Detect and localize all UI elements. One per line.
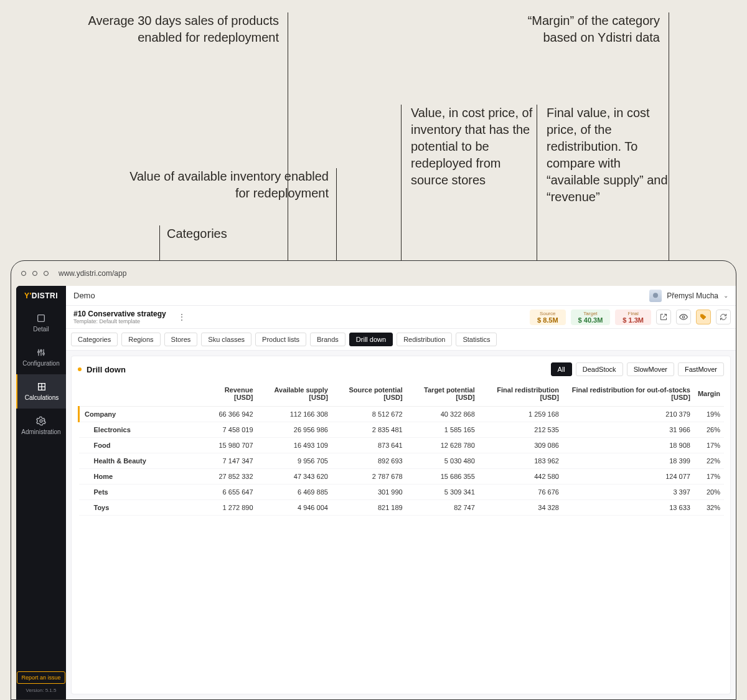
column-header[interactable]: Final redistribution [USD]: [479, 381, 563, 407]
filter-fastmover[interactable]: FastMover: [678, 362, 724, 376]
strategy-template: Template: Default template: [73, 318, 166, 324]
cell-final_oos: 18 908: [563, 438, 694, 453]
table-row[interactable]: Food15 980 70716 493 109873 64112 628 78…: [79, 438, 725, 453]
more-menu-button[interactable]: ⋮: [174, 312, 190, 322]
cell-supply: 47 343 620: [257, 469, 332, 485]
cell-label: Health & Beauty: [79, 453, 204, 469]
cell-supply: 16 493 109: [257, 438, 332, 453]
tab-regions[interactable]: Regions: [121, 333, 160, 346]
table-row[interactable]: Company66 366 942112 166 3088 512 67240 …: [79, 407, 725, 422]
column-header[interactable]: Available supply [USD]: [257, 381, 332, 407]
filter-all[interactable]: All: [551, 362, 572, 376]
svg-point-3: [43, 353, 45, 355]
app-version: Version: 5.1.5: [26, 688, 57, 693]
eye-icon: [679, 313, 688, 321]
export-button[interactable]: [656, 310, 671, 324]
browser-chrome: www.ydistri.com/app: [11, 261, 736, 286]
cell-source: 821 189: [332, 500, 406, 516]
cell-target: 15 686 355: [406, 469, 479, 485]
cell-target: 12 628 780: [406, 438, 479, 453]
brand-y: Y': [24, 291, 32, 300]
traffic-light-icon: [44, 271, 49, 276]
cell-label: Electronics: [79, 422, 204, 438]
cell-revenue: 15 980 707: [204, 438, 257, 453]
cell-final: 309 086: [479, 438, 563, 453]
cell-target: 1 585 165: [406, 422, 479, 438]
tab-brands[interactable]: Brands: [310, 333, 345, 346]
filter-deadstock[interactable]: DeadStock: [576, 362, 623, 376]
cell-revenue: 1 272 890: [204, 500, 257, 516]
sidebar-item-label: Configuration: [22, 360, 59, 367]
column-header[interactable]: Final redistribution for out-of-stocks […: [563, 381, 694, 407]
tab-product-lists[interactable]: Product lists: [255, 333, 306, 346]
metric-label: Final: [622, 311, 644, 316]
cell-margin: 17%: [694, 438, 724, 453]
tab-drill-down[interactable]: Drill down: [349, 333, 393, 346]
refresh-button[interactable]: [716, 310, 731, 324]
cell-margin: 17%: [694, 469, 724, 485]
page-title: Demo: [73, 291, 95, 300]
tab-redistribution[interactable]: Redistribution: [397, 333, 452, 346]
svg-point-1: [38, 351, 40, 353]
calculations-icon: [37, 382, 47, 392]
column-header[interactable]: [79, 381, 204, 407]
table-row[interactable]: Pets6 655 6476 469 885301 9905 309 34176…: [79, 485, 725, 500]
configuration-icon: [36, 348, 46, 357]
cell-label: Toys: [79, 500, 204, 516]
cell-revenue: 6 655 647: [204, 485, 257, 500]
browser-window: www.ydistri.com/app Y'DISTRI Detail Conf…: [11, 260, 736, 700]
tag-button[interactable]: [696, 310, 711, 324]
metric-source: Source $ 8.5M: [530, 310, 566, 325]
column-header[interactable]: Target potential [USD]: [406, 381, 479, 407]
cell-source: 873 641: [332, 438, 406, 453]
cell-supply: 6 469 885: [257, 485, 332, 500]
annotation-revenue: Average 30 days sales of products enable…: [25, 12, 279, 46]
table-row[interactable]: Home27 852 33247 343 6202 787 67815 686 …: [79, 469, 725, 485]
column-header[interactable]: Revenue [USD]: [204, 381, 257, 407]
svg-point-2: [40, 350, 42, 352]
cell-margin: 32%: [694, 500, 724, 516]
tab-statistics[interactable]: Statistics: [456, 333, 497, 346]
sidebar-item-calculations[interactable]: Calculations: [16, 374, 66, 409]
tab-categories[interactable]: Categories: [71, 333, 118, 346]
strategy-bar: #10 Conservative strategy Template: Defa…: [66, 306, 736, 329]
tab-stores[interactable]: Stores: [164, 333, 198, 346]
cell-revenue: 7 458 019: [204, 422, 257, 438]
annotation-final: Final value, in cost price, of the redis…: [547, 105, 671, 206]
traffic-light-icon: [32, 271, 37, 276]
cell-label: Pets: [79, 485, 204, 500]
table-row[interactable]: Electronics7 458 01926 956 9862 835 4811…: [79, 422, 725, 438]
sidebar-item-configuration[interactable]: Configuration: [16, 340, 66, 374]
template-label: Template:: [73, 318, 98, 324]
tag-icon: [700, 313, 707, 321]
user-menu[interactable]: Přemysl Mucha ⌄: [649, 290, 728, 302]
refresh-icon: [720, 313, 727, 321]
visibility-button[interactable]: [676, 310, 691, 324]
metric-value: $ 1.3M: [622, 316, 644, 324]
annotation-categories: Categories: [167, 225, 227, 242]
cell-final_oos: 31 966: [563, 422, 694, 438]
cell-final: 212 535: [479, 422, 563, 438]
tab-sku-classes[interactable]: Sku classes: [201, 333, 251, 346]
cell-source: 8 512 672: [332, 407, 406, 422]
cell-source: 892 693: [332, 453, 406, 469]
cell-final: 34 328: [479, 500, 563, 516]
drilldown-table: Revenue [USD]Available supply [USD]Sourc…: [78, 381, 724, 516]
column-header[interactable]: Source potential [USD]: [332, 381, 406, 407]
panel-title: Drill down: [87, 365, 126, 374]
cell-supply: 26 956 986: [257, 422, 332, 438]
filter-slowmover[interactable]: SlowMover: [627, 362, 674, 376]
gear-icon: [36, 416, 46, 426]
cell-supply: 112 166 308: [257, 407, 332, 422]
column-header[interactable]: Margin: [694, 381, 724, 407]
report-issue-button[interactable]: Report an issue: [17, 671, 65, 684]
template-value: Default template: [100, 318, 141, 324]
cell-source: 2 787 678: [332, 469, 406, 485]
sidebar-item-administration[interactable]: Administration: [16, 409, 66, 443]
table-row[interactable]: Health & Beauty7 147 3479 956 705892 693…: [79, 453, 725, 469]
table-row[interactable]: Toys1 272 8904 946 004821 18982 74734 32…: [79, 500, 725, 516]
cell-source: 2 835 481: [332, 422, 406, 438]
annotation-supply: Value of available inventory enabled for…: [129, 168, 329, 202]
app-root: Y'DISTRI Detail Configuration Calculatio…: [16, 286, 736, 699]
sidebar-item-detail[interactable]: Detail: [16, 306, 66, 340]
